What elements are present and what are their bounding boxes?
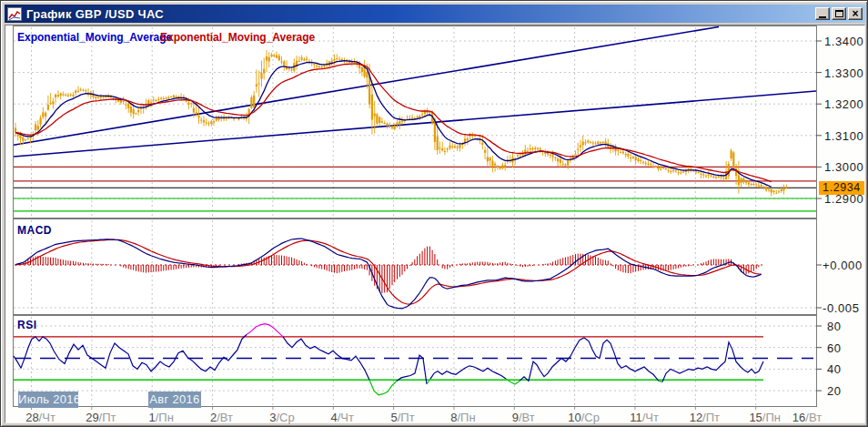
chart-canvas [1,1,868,427]
x-axis-label: 8/Пн [450,411,475,424]
current-price-tag: 1.2934 [819,181,864,195]
x-axis-label: 29/Пт [86,411,116,424]
rsi-axis-label: 80 [827,320,842,333]
x-axis-label: 10/Ср [568,411,600,424]
ema-label-blue: Exponential_Moving_Average [17,31,172,44]
price-axis-label: 1.3300 [824,66,863,79]
x-axis-label: 4/Чт [331,411,354,424]
month-badge-aug: Авг 2016 [148,391,201,408]
titlebar[interactable]: График GBP /USD ЧАС × [5,5,865,23]
price-chart-area[interactable] [14,26,817,219]
close-button[interactable]: × [848,7,863,20]
macd-axis-label: -0.005 [823,301,859,315]
x-axis-label: 2/Вт [210,411,233,424]
rsi-axis-label: 40 [827,362,842,376]
minimize-button[interactable] [815,7,830,20]
rsi-label: RSI [17,319,37,331]
x-axis-label: 15/Пн [749,411,781,424]
x-axis-label: 5/Пт [391,411,415,424]
chart-app-icon [7,7,22,21]
rsi-axis-label: 20 [827,384,842,398]
x-axis-label: 3/Ср [269,411,294,424]
close-icon: × [852,9,858,18]
maximize-icon [835,10,843,17]
macd-axis-label: +0.000 [823,259,863,272]
ema-label-red: Exponential_Moving_Average [160,31,315,44]
maximize-button[interactable] [832,7,846,20]
window-title: График GBP /USD ЧАС [26,7,815,21]
window-buttons: × [815,7,863,20]
price-axis-label: 1.3200 [824,97,863,111]
price-axis-label: 1.3000 [824,160,863,174]
macd-label: MACD [17,224,52,237]
x-axis-label: 12/Пт [690,411,720,424]
price-axis-label: 1.3400 [824,35,863,48]
x-axis-label: 11/Чт [630,411,659,424]
x-axis-label: 28/Чт [25,411,56,424]
minimize-icon [819,16,826,18]
x-axis-label: 9/Вт [512,411,535,424]
x-axis-label: 16/Вт [792,411,822,424]
month-badge-july: Июль 2016 [18,391,78,408]
chart-window: График GBP /USD ЧАС × Exponential_Moving… [0,0,868,427]
rsi-axis-label: 60 [827,341,842,354]
price-axis-label: 1.3100 [824,128,863,142]
rsi-panel-area[interactable] [14,316,817,407]
x-axis-label: 1/Пн [149,411,174,424]
